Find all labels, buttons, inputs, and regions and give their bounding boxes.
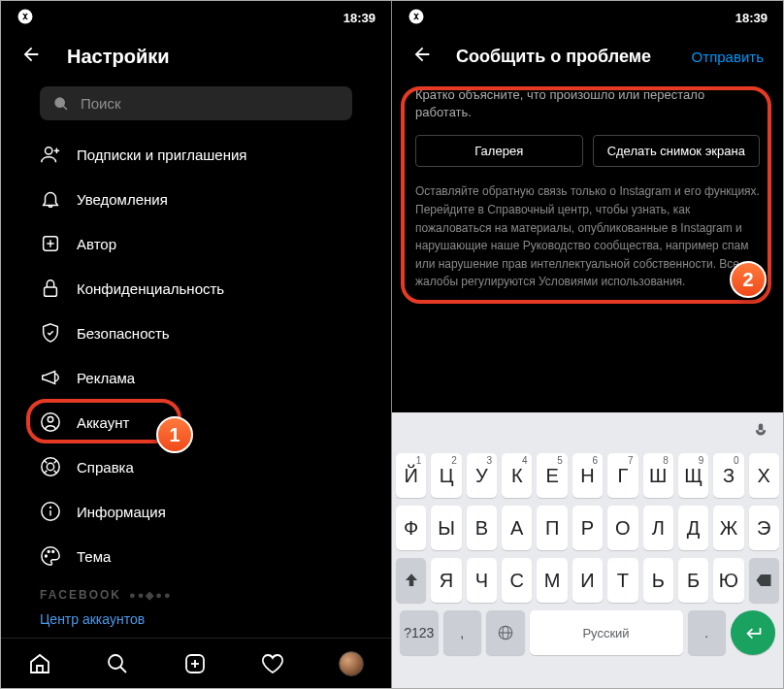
backspace-key[interactable] <box>749 558 779 603</box>
bottom-nav <box>1 638 391 688</box>
svg-point-13 <box>47 463 53 470</box>
key-Ц[interactable]: Ц2 <box>431 453 461 498</box>
svg-point-24 <box>109 655 122 669</box>
report-prompt: Кратко объясните, что произошло или пере… <box>415 86 760 121</box>
help-icon <box>40 456 61 477</box>
page-title: Сообщить о проблеме <box>456 47 651 67</box>
svg-line-17 <box>54 461 57 464</box>
period-key[interactable]: . <box>688 610 727 655</box>
svg-point-3 <box>46 148 52 154</box>
create-icon[interactable] <box>183 652 207 675</box>
search-placeholder: Поиск <box>81 95 121 112</box>
svg-line-15 <box>54 471 57 474</box>
key-Г[interactable]: Г7 <box>607 453 637 498</box>
svg-point-21 <box>46 555 48 557</box>
gallery-button[interactable]: Галерея <box>415 135 583 167</box>
key-Щ[interactable]: Щ9 <box>678 453 708 498</box>
page-title: Настройки <box>67 46 170 68</box>
back-arrow-icon[interactable] <box>411 44 433 69</box>
key-Т[interactable]: Т <box>607 558 637 603</box>
search-nav-icon[interactable] <box>106 652 129 675</box>
svg-line-14 <box>45 461 48 464</box>
key-Ч[interactable]: Ч <box>467 558 497 603</box>
search-icon <box>53 96 69 112</box>
back-arrow-icon[interactable] <box>20 44 42 69</box>
key-М[interactable]: М <box>537 558 567 603</box>
megaphone-icon <box>40 367 61 388</box>
key-Ш[interactable]: Ш8 <box>643 453 673 498</box>
user-plus-icon <box>40 144 61 165</box>
key-Р[interactable]: Р <box>572 506 603 550</box>
keyboard-row-4: ?123 , Русский . <box>396 610 779 655</box>
key-Л[interactable]: Л <box>643 506 673 550</box>
key-П[interactable]: П <box>537 506 567 550</box>
menu-item-notifications[interactable]: Уведомления <box>40 177 352 221</box>
screenshot-button[interactable]: Сделать снимок экрана <box>593 135 761 167</box>
profile-avatar[interactable] <box>339 651 364 676</box>
key-Я[interactable]: Я <box>431 558 461 603</box>
key-Э[interactable]: Э <box>749 506 779 550</box>
keyboard: Й1Ц2У3К4Е5Н6Г7Ш8Щ9З0Х ФЫВАПРОЛДЖЭ ЯЧСМИТ… <box>392 412 783 688</box>
menu-item-help[interactable]: Справка <box>40 444 352 489</box>
status-time: 18:39 <box>735 11 768 25</box>
key-Й[interactable]: Й1 <box>396 453 426 498</box>
key-Х[interactable]: Х <box>749 453 779 498</box>
key-Ф[interactable]: Ф <box>396 506 426 550</box>
heart-icon[interactable] <box>261 652 284 675</box>
key-Ж[interactable]: Ж <box>713 506 743 550</box>
key-Ь[interactable]: Ь <box>643 558 673 603</box>
svg-point-22 <box>48 551 49 553</box>
account-icon <box>40 411 61 433</box>
menu-item-creator[interactable]: Автор <box>40 221 352 266</box>
menu-item-security[interactable]: Безопасность <box>40 311 352 355</box>
key-Б[interactable]: Б <box>678 558 708 603</box>
menu-item-info[interactable]: Информация <box>40 489 352 534</box>
key-Ю[interactable]: Ю <box>713 558 743 603</box>
key-С[interactable]: С <box>502 558 532 603</box>
key-Д[interactable]: Д <box>678 506 708 550</box>
shazam-icon <box>408 8 425 28</box>
menu-item-account[interactable]: Аккаунт <box>40 400 352 444</box>
report-disclaimer: Оставляйте обратную связь только о Insta… <box>415 182 760 291</box>
menu-item-subscriptions[interactable]: Подписки и приглашения <box>40 132 352 177</box>
svg-point-20 <box>50 507 51 508</box>
settings-header: Настройки <box>1 34 391 84</box>
accounts-center-link[interactable]: Центр аккаунтов <box>40 611 352 627</box>
menu-item-privacy[interactable]: Конфиденциальность <box>40 266 352 311</box>
keyboard-suggestion-bar <box>392 412 783 453</box>
shazam-icon <box>16 8 34 28</box>
menu-item-theme[interactable]: Тема <box>40 534 352 578</box>
svg-point-1 <box>55 98 64 107</box>
svg-point-11 <box>48 417 53 423</box>
key-Н[interactable]: Н6 <box>572 453 603 498</box>
key-К[interactable]: К4 <box>502 453 532 498</box>
key-У[interactable]: У3 <box>467 453 497 498</box>
annotation-marker-1: 1 <box>156 416 193 453</box>
enter-key[interactable] <box>731 610 775 655</box>
send-button[interactable]: Отправить <box>692 49 764 65</box>
svg-line-25 <box>120 667 126 673</box>
svg-rect-9 <box>45 287 57 296</box>
home-icon[interactable] <box>28 652 51 675</box>
key-И[interactable]: И <box>572 558 603 603</box>
brand-mini-icons: ●●◆●● <box>129 589 173 602</box>
search-input[interactable]: Поиск <box>40 86 352 120</box>
facebook-brand: FACEBOOK ●●◆●● <box>40 588 352 602</box>
keyboard-row-1: Й1Ц2У3К4Е5Н6Г7Ш8Щ9З0Х <box>396 453 779 498</box>
menu-item-ads[interactable]: Реклама <box>40 355 352 400</box>
spacebar[interactable]: Русский <box>530 610 683 655</box>
shield-icon <box>40 322 61 344</box>
globe-key[interactable] <box>486 610 525 655</box>
status-time: 18:39 <box>343 11 376 25</box>
key-Е[interactable]: Е5 <box>537 453 567 498</box>
key-О[interactable]: О <box>607 506 637 550</box>
mic-icon[interactable] <box>752 422 769 443</box>
shift-key[interactable] <box>396 558 426 603</box>
key-З[interactable]: З0 <box>713 453 743 498</box>
symbols-key[interactable]: ?123 <box>400 610 439 655</box>
creator-icon <box>40 233 61 254</box>
key-А[interactable]: А <box>502 506 532 550</box>
comma-key[interactable]: , <box>443 610 482 655</box>
key-В[interactable]: В <box>467 506 497 550</box>
key-Ы[interactable]: Ы <box>431 506 461 550</box>
